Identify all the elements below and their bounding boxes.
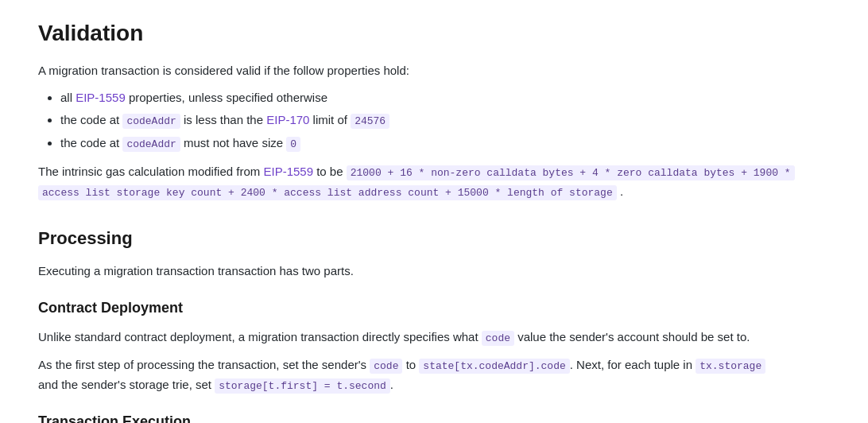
contract-deployment-text: Unlike standard contract deployment, a m… [38,328,830,347]
list-item: the code at codeAddr is less than the EI… [60,111,830,130]
processing-heading: Processing [38,224,830,252]
contract-deployment-detail: As the first step of processing the tran… [38,355,830,395]
bullet-text-3b: must not have size [180,136,286,149]
state-code-inline: state[tx.codeAddr].code [419,359,569,374]
bullet-text-2b: is less than the [180,113,266,126]
storage-set-inline: storage[t.first] = t.second [215,378,390,394]
contract-deployment-heading: Contract Deployment [38,297,830,320]
detail-to-text: to [402,358,419,371]
detail-period: . [390,378,393,391]
bullet-text-1a: all [60,91,76,104]
transaction-execution-heading: Transaction Execution [38,410,830,423]
bullet-text-1b: properties, unless specified otherwise [126,91,327,104]
detail-next-text: . Next, for each tuple in [570,358,696,371]
bullet-text-2c: limit of [309,113,351,126]
gas-formula-paragraph: The intrinsic gas calculation modified f… [38,162,830,202]
validation-heading: Validation [38,16,830,52]
code-inline: code [482,331,514,346]
tx-storage-inline: tx.storage [696,359,765,374]
detail-text-before: As the first step of processing the tran… [38,358,370,371]
bullet-text-3a: the code at [60,136,122,149]
eip-170-link[interactable]: EIP-170 [266,113,309,126]
bullet-text-2a: the code at [60,113,122,126]
list-item: the code at codeAddr must not have size … [60,134,830,153]
validation-list: all EIP-1559 properties, unless specifie… [60,88,830,153]
eip-1559-link-2[interactable]: EIP-1559 [263,165,313,178]
code-addr-inline-1: codeAddr [122,114,180,129]
gas-formula-line1: 21000 + 16 * non-zero calldata bytes + 4… [347,165,795,180]
code-inline-2: code [370,359,402,374]
validation-intro: A migration transaction is considered va… [38,61,830,80]
processing-intro: Executing a migration transaction transa… [38,262,830,281]
eip-1559-link-1[interactable]: EIP-1559 [76,91,126,104]
gas-formula-line2: access list storage key count + 2400 * a… [38,185,617,200]
limit-number: 24576 [351,114,389,129]
gas-to-be-text: to be [313,165,347,178]
zero-number: 0 [286,137,300,152]
list-item: all EIP-1559 properties, unless specifie… [60,88,830,107]
contract-deploy-after: value the sender's account should be set… [514,330,750,343]
code-addr-inline-2: codeAddr [122,137,180,152]
gas-period: . [617,184,623,198]
contract-deploy-before: Unlike standard contract deployment, a m… [38,330,482,343]
detail-and-text: and the sender's storage trie, set [38,378,215,391]
gas-intro-text: The intrinsic gas calculation modified f… [38,165,263,178]
